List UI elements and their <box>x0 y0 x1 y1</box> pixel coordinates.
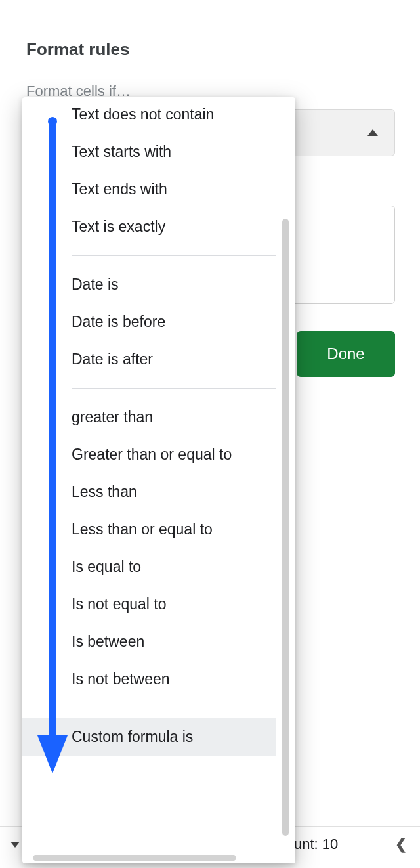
horizontal-scrollbar[interactable] <box>33 855 236 861</box>
dropdown-item[interactable]: Custom formula is <box>22 718 276 756</box>
dropdown-item[interactable]: Greater than or equal to <box>22 436 276 473</box>
dropdown-item[interactable]: Text is exactly <box>22 208 276 246</box>
dropdown-item[interactable]: Is not between <box>22 661 276 698</box>
chevron-up-icon <box>368 129 378 136</box>
dropdown-item[interactable]: greater than <box>22 399 276 436</box>
dropdown-item[interactable]: Date is before <box>22 303 276 341</box>
done-label: Done <box>327 345 364 363</box>
dropdown-divider <box>72 708 276 708</box>
section-title: Format rules <box>0 0 420 60</box>
chevron-down-icon[interactable] <box>10 842 20 848</box>
done-button[interactable]: Done <box>297 331 395 377</box>
count-text: unt: 10 <box>294 836 338 853</box>
dropdown-item[interactable]: Date is after <box>22 341 276 378</box>
dropdown-item[interactable]: Is equal to <box>22 548 276 586</box>
dropdown-divider <box>72 388 276 389</box>
chevron-left-icon[interactable]: ❮ <box>395 836 407 853</box>
vertical-scrollbar[interactable] <box>282 219 289 836</box>
dropdown-divider <box>72 255 276 256</box>
dropdown-item[interactable]: Date is <box>22 266 276 303</box>
dropdown-item[interactable]: Is between <box>22 623 276 661</box>
dropdown-item[interactable]: Text ends with <box>22 171 276 208</box>
condition-dropdown[interactable]: Text does not containText starts withTex… <box>22 97 295 863</box>
dropdown-list: Text does not containText starts withTex… <box>22 96 276 850</box>
dropdown-item[interactable]: Is not equal to <box>22 586 276 623</box>
dropdown-item[interactable]: Text starts with <box>22 133 276 171</box>
dropdown-item[interactable]: Less than <box>22 473 276 511</box>
dropdown-item[interactable]: Less than or equal to <box>22 511 276 548</box>
format-cells-if-label: Format cells if… <box>0 60 420 100</box>
dropdown-item[interactable]: Text does not contain <box>22 96 276 133</box>
